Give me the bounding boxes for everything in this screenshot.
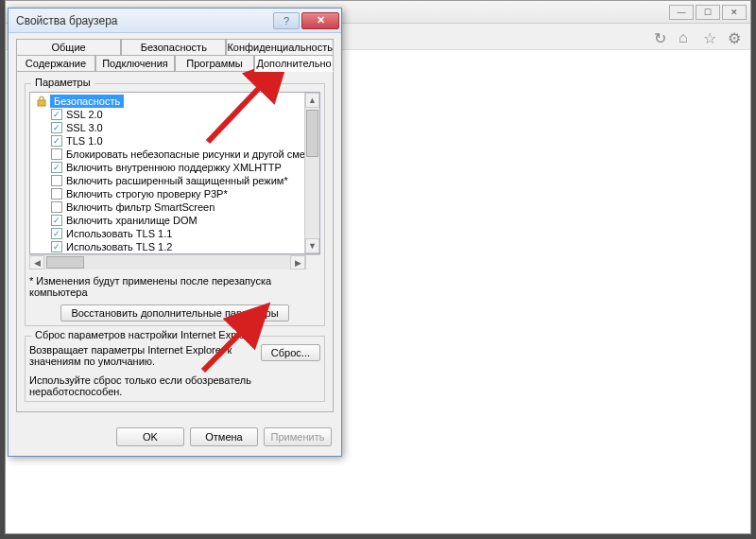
- hscroll-thumb[interactable]: [46, 256, 84, 269]
- tab-privacy[interactable]: Конфиденциальность: [226, 39, 334, 56]
- checkbox[interactable]: ✓: [51, 201, 62, 213]
- setting-label: Использовать TLS 1.1: [66, 227, 172, 240]
- vertical-scrollbar[interactable]: ▲ ▼: [304, 93, 319, 253]
- checkbox[interactable]: ✓: [51, 122, 62, 133]
- scroll-down-icon[interactable]: ▼: [305, 238, 319, 253]
- gear-icon[interactable]: ⚙: [728, 29, 743, 44]
- checkbox[interactable]: ✓: [51, 215, 62, 226]
- checkbox[interactable]: ✓: [51, 109, 62, 120]
- setting-label: Включить фильтр SmartScreen: [66, 200, 215, 214]
- setting-row[interactable]: ✓Включить фильтр SmartScreen: [30, 200, 304, 214]
- setting-label: Включить хранилище DOM: [66, 214, 198, 227]
- checkbox[interactable]: ✓: [51, 188, 62, 200]
- reset-fieldset: Сброс параметров настройки Internet Expl…: [25, 336, 325, 402]
- setting-row[interactable]: ✓Блокировать небезопасные рисунки и друг…: [30, 148, 304, 161]
- dialog-close-button[interactable]: ✕: [301, 12, 339, 29]
- scroll-up-icon[interactable]: ▲: [305, 93, 319, 108]
- setting-label: TLS 1.0: [66, 134, 103, 148]
- settings-listbox[interactable]: Безопасность ✓SSL 2.0✓SSL 3.0✓TLS 1.0✓Бл…: [29, 92, 320, 254]
- settings-list: Безопасность ✓SSL 2.0✓SSL 3.0✓TLS 1.0✓Бл…: [30, 93, 304, 253]
- setting-row[interactable]: ✓SSL 3.0: [30, 121, 304, 134]
- checkbox[interactable]: ✓: [51, 241, 62, 252]
- tabs-row-2: Содержание Подключения Программы Дополни…: [16, 55, 334, 72]
- restore-defaults-button[interactable]: Восстановить дополнительные параметры: [60, 304, 288, 322]
- checkbox[interactable]: ✓: [51, 148, 62, 160]
- setting-row[interactable]: ✓Использовать TLS 1.2: [30, 240, 304, 253]
- tabs-row-1: Общие Безопасность Конфиденциальность: [16, 39, 334, 56]
- minimize-button[interactable]: —: [669, 5, 694, 20]
- reset-note: Используйте сброс только если обозревате…: [29, 374, 320, 397]
- checkbox[interactable]: ✓: [51, 175, 62, 186]
- internet-options-dialog: Свойства браузера ? ✕ Общие Безопасность…: [8, 8, 342, 457]
- setting-label: Включить расширенный защищенный режим*: [66, 174, 288, 187]
- checkbox[interactable]: ✓: [51, 162, 62, 173]
- tab-connections[interactable]: Подключения: [95, 55, 175, 72]
- setting-row[interactable]: ✓Включить хранилище DOM: [30, 214, 304, 227]
- dialog-titlebar[interactable]: Свойства браузера ? ✕: [9, 9, 341, 33]
- setting-row[interactable]: ✓SSL 2.0: [30, 108, 304, 121]
- reset-legend: Сброс параметров настройки Internet Expl…: [31, 329, 261, 340]
- svg-rect-0: [38, 100, 45, 106]
- category-label: Безопасность: [50, 95, 124, 108]
- maximize-button[interactable]: ☐: [696, 5, 720, 20]
- setting-row[interactable]: ✓Использовать TLS 1.1: [30, 227, 304, 240]
- reset-description: Возвращает параметры Internet Explorer к…: [29, 344, 253, 367]
- lock-icon: [36, 96, 47, 107]
- checkbox[interactable]: ✓: [51, 228, 62, 239]
- scroll-corner: [305, 255, 320, 270]
- tab-programs[interactable]: Программы: [175, 55, 254, 72]
- tab-content[interactable]: Содержание: [16, 55, 95, 72]
- setting-label: SSL 3.0: [66, 121, 103, 134]
- apply-button[interactable]: Применить: [264, 427, 332, 446]
- checkbox[interactable]: ✓: [51, 135, 62, 147]
- restart-note: * Изменения будут применены после переза…: [29, 275, 320, 298]
- close-button[interactable]: ✕: [722, 5, 747, 20]
- category-security: Безопасность: [30, 95, 304, 108]
- ok-button[interactable]: OK: [116, 427, 184, 446]
- tab-content-advanced: Параметры Безопасность ✓SSL 2.0✓SSL 3.0✓…: [16, 72, 334, 412]
- setting-label: Включить строгую проверку P3P*: [66, 187, 228, 200]
- setting-label: SSL 2.0: [66, 108, 103, 121]
- setting-row[interactable]: ✓Включить внутреннюю поддержку XMLHTTP: [30, 161, 304, 174]
- favorites-icon[interactable]: ☆: [703, 29, 718, 44]
- scroll-thumb[interactable]: [306, 110, 318, 157]
- tab-general[interactable]: Общие: [16, 39, 121, 56]
- setting-row[interactable]: ✓Включить строгую проверку P3P*: [30, 187, 304, 200]
- setting-label: Использовать TLS 1.2: [66, 240, 172, 253]
- scroll-right-icon[interactable]: ▶: [290, 255, 305, 270]
- dialog-title: Свойства браузера: [16, 14, 271, 27]
- dialog-buttons: OK Отмена Применить: [9, 420, 341, 456]
- params-fieldset: Параметры Безопасность ✓SSL 2.0✓SSL 3.0✓…: [25, 83, 325, 326]
- reset-button[interactable]: Сброс...: [261, 344, 320, 361]
- refresh-icon[interactable]: ↻: [654, 29, 669, 44]
- help-button[interactable]: ?: [273, 12, 300, 29]
- tab-security[interactable]: Безопасность: [121, 39, 226, 56]
- setting-row[interactable]: ✓TLS 1.0: [30, 134, 304, 148]
- tab-advanced[interactable]: Дополнительно: [254, 55, 334, 72]
- horizontal-scrollbar[interactable]: ◀ ▶: [29, 254, 320, 270]
- cancel-button[interactable]: Отмена: [190, 427, 258, 446]
- setting-label: Блокировать небезопасные рисунки и друго…: [66, 148, 304, 161]
- home-icon[interactable]: ⌂: [679, 29, 694, 44]
- params-legend: Параметры: [31, 77, 94, 88]
- setting-label: Включить внутреннюю поддержку XMLHTTP: [66, 161, 282, 174]
- scroll-left-icon[interactable]: ◀: [29, 255, 44, 270]
- setting-row[interactable]: ✓Включить расширенный защищенный режим*: [30, 174, 304, 187]
